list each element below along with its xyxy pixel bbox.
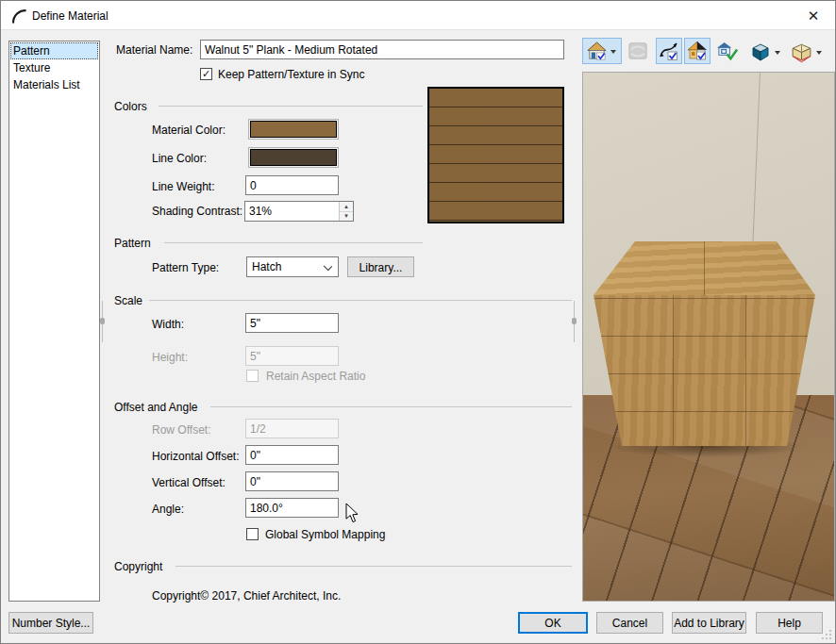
- resize-grip[interactable]: [829, 637, 831, 639]
- sidebar-item-pattern[interactable]: Pattern: [10, 42, 98, 59]
- copyright-group-title: Copyright: [114, 560, 162, 573]
- dropdown-arrow-icon: [816, 51, 822, 58]
- pattern-group-title: Pattern: [114, 237, 151, 250]
- house-apply-check-button[interactable]: [715, 40, 738, 62]
- line-color-swatch-button[interactable]: [248, 147, 339, 168]
- angle-label: Angle:: [152, 503, 184, 516]
- horizontal-offset-input[interactable]: [245, 445, 339, 465]
- scale-group-title: Scale: [114, 294, 142, 307]
- width-label: Width:: [152, 318, 184, 331]
- pattern-group-divider: [164, 242, 423, 243]
- blend-material-icon: [627, 41, 648, 61]
- angle-input[interactable]: [245, 498, 339, 518]
- close-icon[interactable]: ✕: [797, 3, 829, 28]
- house-apply-check-icon: [716, 41, 738, 62]
- add-to-library-button[interactable]: Add to Library: [672, 612, 746, 634]
- offset-angle-group-divider: [210, 406, 572, 407]
- colors-group-divider: [159, 106, 423, 107]
- shading-contrast-spinner[interactable]: 31% ▲ ▼: [244, 201, 354, 222]
- right-splitter-handle[interactable]: [574, 301, 575, 342]
- offset-angle-group-title: Offset and Angle: [114, 401, 198, 414]
- spin-up-icon[interactable]: ▲: [340, 202, 353, 212]
- keep-sync-checkbox[interactable]: ✓: [200, 68, 212, 80]
- line-weight-input[interactable]: [245, 175, 339, 195]
- material-color-swatch: [250, 121, 337, 138]
- line-weight-label: Line Weight:: [152, 180, 215, 193]
- title-bar: Define Material ✕: [1, 1, 835, 30]
- textured-box-dropdown-button[interactable]: [789, 40, 825, 64]
- copyright-text: Copyright© 2017, Chief Architect, Inc.: [152, 589, 341, 603]
- width-input[interactable]: [245, 313, 339, 333]
- shading-contrast-label: Shading Contrast:: [152, 205, 242, 218]
- ok-button[interactable]: OK: [518, 612, 588, 634]
- panel-list: Pattern Texture Materials List: [8, 41, 100, 602]
- material-color-swatch-button[interactable]: [248, 119, 339, 140]
- chevron-down-icon: [324, 262, 332, 271]
- spin-down-icon[interactable]: ▼: [340, 212, 353, 222]
- sidebar-item-materials-list[interactable]: Materials List: [10, 76, 98, 93]
- row-offset-label: Row Offset:: [152, 423, 210, 437]
- house-view-icon: [586, 41, 608, 62]
- cube-3d-icon: [749, 41, 772, 63]
- copyright-group-divider: [176, 566, 572, 567]
- define-material-dialog: Define Material ✕ Pattern Texture Materi…: [0, 0, 836, 644]
- pattern-type-dropdown[interactable]: Hatch: [246, 256, 339, 277]
- material-name-input[interactable]: [200, 40, 564, 59]
- half-house-check-button[interactable]: [684, 38, 711, 64]
- pattern-type-label: Pattern Type:: [152, 261, 219, 274]
- splitter-knob: [100, 318, 105, 324]
- cancel-button[interactable]: Cancel: [596, 612, 663, 634]
- shading-contrast-value[interactable]: 31%: [245, 202, 339, 221]
- colors-group-title: Colors: [114, 100, 147, 113]
- material-3d-preview-viewport[interactable]: [582, 72, 835, 602]
- scale-group-divider: [149, 300, 572, 301]
- checkmark-glyph: ✓: [202, 69, 210, 79]
- height-label: Height:: [152, 351, 188, 364]
- spinner-buttons: ▲ ▼: [339, 202, 353, 221]
- line-color-swatch: [250, 149, 337, 166]
- mouse-cursor: [345, 504, 359, 523]
- material-name-label: Material Name:: [116, 43, 192, 57]
- blend-material-button-disabled: [627, 40, 649, 62]
- number-style-button[interactable]: Number Style...: [8, 612, 93, 634]
- vertical-offset-input[interactable]: [245, 471, 339, 491]
- spline-check-button[interactable]: [656, 38, 682, 64]
- textured-box-icon: [790, 41, 813, 64]
- house-view-dropdown-button[interactable]: [582, 38, 622, 64]
- cube-3d-dropdown-button[interactable]: [748, 40, 782, 64]
- horizontal-offset-label: Horizontal Offset:: [152, 450, 239, 463]
- row-offset-input: [245, 419, 339, 438]
- pattern-type-value: Hatch: [252, 260, 281, 273]
- global-symbol-mapping-checkbox[interactable]: [246, 528, 259, 540]
- line-color-label: Line Color:: [152, 152, 207, 165]
- dropdown-arrow-icon: [775, 51, 780, 58]
- keep-sync-label: Keep Pattern/Texture in Sync: [218, 68, 364, 81]
- window-title: Define Material: [32, 9, 109, 23]
- splitter-knob: [572, 318, 577, 324]
- half-house-check-icon: [686, 40, 709, 62]
- chief-architect-logo-icon: [10, 8, 27, 25]
- material-color-label: Material Color:: [152, 124, 226, 137]
- global-symbol-mapping-label: Global Symbol Mapping: [265, 528, 385, 541]
- help-button[interactable]: Help: [756, 612, 823, 634]
- left-splitter-handle[interactable]: [102, 301, 103, 342]
- pattern-preview-swatch: [427, 87, 564, 223]
- height-input: [245, 346, 339, 366]
- sidebar-item-texture[interactable]: Texture: [10, 59, 98, 76]
- dropdown-arrow-icon: [610, 50, 616, 57]
- spline-check-icon: [658, 40, 680, 62]
- retain-aspect-ratio-checkbox: [246, 370, 259, 382]
- library-button[interactable]: Library...: [347, 256, 414, 277]
- retain-aspect-ratio-label: Retain Aspect Ratio: [266, 370, 365, 383]
- vertical-offset-label: Vertical Offset:: [152, 476, 226, 489]
